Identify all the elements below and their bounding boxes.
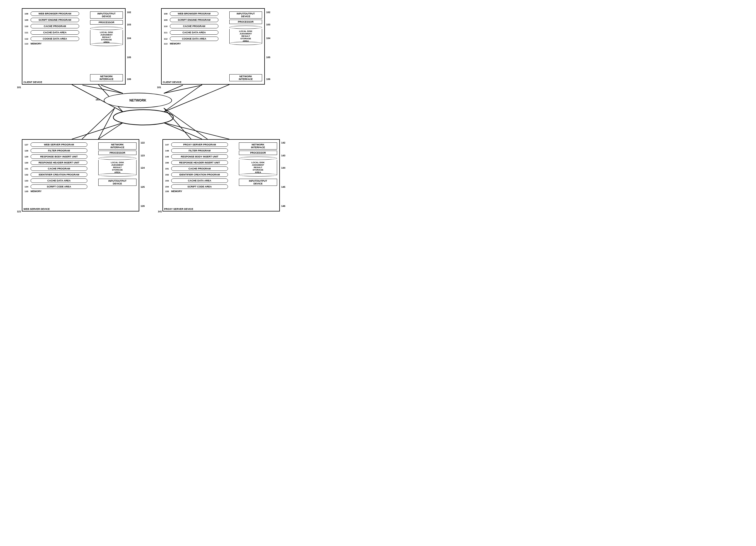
ref-134: 134 xyxy=(25,186,31,188)
ref-135: 135 xyxy=(25,190,31,193)
processor-1: PROCESSOR xyxy=(90,20,123,25)
ref-103-1: 103 xyxy=(127,23,131,26)
local-disk-1: LOCAL DISKJUDGMENTRESULTSTORAGEAREA xyxy=(90,30,123,45)
processor-ws: PROCESSOR xyxy=(98,151,137,155)
ref-104-2: 104 xyxy=(266,37,270,40)
io-ws: INPUT/OUTPUTDEVICE xyxy=(98,179,137,186)
architecture-diagram: 108 WEB BROWSER PROGRAM 109 SCRIPT ENGIN… xyxy=(5,5,295,213)
ref-142: 142 xyxy=(281,141,285,144)
identifier-ws: IDENTIFIER CREATION PROGRAM xyxy=(31,173,87,177)
network-interface-2: NETWORKINTERFACE xyxy=(229,74,262,81)
svg-line-4 xyxy=(72,123,123,139)
svg-line-13 xyxy=(82,108,115,139)
svg-line-6 xyxy=(164,123,202,139)
ref-106-1: 106 xyxy=(127,78,131,81)
memory-ws: MEMORY xyxy=(31,190,41,193)
io-device-1: INPUT/OUTPUTDEVICE xyxy=(90,11,123,19)
ref-146: 146 xyxy=(281,205,285,208)
cache-program-ps: CACHE PROGRAM xyxy=(171,167,228,171)
cookie-data-area-1: COOKIE DATA AREA xyxy=(31,37,79,41)
ref-154: 154 xyxy=(165,186,171,188)
web-server-label: WEB SERVER DEVICE xyxy=(23,208,50,211)
network-interface-1: NETWORKINTERFACE xyxy=(90,74,123,81)
memory-label-2: MEMORY xyxy=(170,42,181,45)
ref-108b: 108 xyxy=(164,13,170,15)
response-body-ps: RESPONSE BODY INSERT UNIT xyxy=(171,155,228,159)
response-header-ws: RESPONSE HEADER INSERT UNIT xyxy=(31,161,87,165)
ref-145: 145 xyxy=(281,186,285,188)
ref-148: 148 xyxy=(165,150,171,152)
io-ps: INPUT/OUTPUTDEVICE xyxy=(239,179,277,186)
ref-105-2: 105 xyxy=(266,56,270,59)
ref-129: 129 xyxy=(25,156,31,158)
local-disk-ps: LOCAL DISKJUDGMENTRESULTSTORAGEAREA xyxy=(239,160,277,175)
filter-program-ws: FILTER PROGRAM xyxy=(31,149,87,153)
io-device-2: INPUT/OUTPUTDEVICE xyxy=(229,11,262,19)
svg-line-3 xyxy=(164,85,229,112)
ref-104-1: 104 xyxy=(127,37,131,40)
script-code-ps: SCRIPT CODE AREA xyxy=(171,185,228,189)
ref-113b: 113 xyxy=(164,43,170,45)
ref-132: 132 xyxy=(25,174,31,176)
svg-line-12 xyxy=(164,85,202,93)
ref-102-1: 102 xyxy=(127,11,131,14)
proxy-server-label: PROXY SERVER DEVICE xyxy=(164,208,193,211)
cache-data-area-1: CACHE DATA AREA xyxy=(31,30,79,35)
local-disk-ws: LOCAL DISKJUDGMENTRESULTSTORAGEAREA xyxy=(98,160,137,175)
ref-149: 149 xyxy=(165,156,171,158)
ref-141: 141 xyxy=(158,210,162,213)
network-label: NETWORK xyxy=(129,99,146,102)
ref-112b: 112 xyxy=(164,38,170,40)
proxy-server-device: 147 PROXY SERVER PROGRAM 148 FILTER PROG… xyxy=(162,139,280,212)
svg-line-16 xyxy=(164,108,207,139)
ref-110b: 110 xyxy=(164,25,170,28)
ref-125: 125 xyxy=(141,186,145,188)
client-device-2: 108 WEB BROWSER PROGRAM 109 SCRIPT ENGIN… xyxy=(161,8,265,85)
ref-123: 123 xyxy=(141,154,145,157)
svg-line-5 xyxy=(98,123,123,139)
network-node: NETWORK xyxy=(104,93,172,108)
ref-151: 151 xyxy=(165,168,171,170)
cache-program-1: CACHE PROGRAM xyxy=(31,24,79,28)
client-device-label-2: CLIENT DEVICE xyxy=(163,81,182,84)
cache-data-ws: CACHE DATA AREA xyxy=(31,179,87,183)
ref-105-1: 105 xyxy=(127,56,131,59)
ref-128: 128 xyxy=(25,150,31,152)
processor-2: PROCESSOR xyxy=(229,20,262,24)
memory-label-1: MEMORY xyxy=(31,42,41,45)
svg-line-11 xyxy=(164,85,183,93)
ref-111b: 111 xyxy=(164,31,170,34)
ref-155: 155 xyxy=(165,190,171,193)
script-code-ws: SCRIPT CODE AREA xyxy=(31,185,87,189)
filter-program-ps: FILTER PROGRAM xyxy=(171,149,228,153)
svg-line-7 xyxy=(164,123,229,139)
ref-152: 152 xyxy=(165,174,171,176)
ref-109: 109 xyxy=(25,19,31,21)
response-body-ws: RESPONSE BODY INSERT UNIT xyxy=(31,155,87,159)
cache-program-2: CACHE PROGRAM xyxy=(170,24,218,28)
web-browser-program-2: WEB BROWSER PROGRAM xyxy=(170,11,218,16)
ref-101-1: 101 xyxy=(17,86,21,89)
svg-line-15 xyxy=(164,108,191,139)
cache-program-ws: CACHE PROGRAM xyxy=(31,167,87,171)
ref-106-2: 106 xyxy=(266,78,270,81)
local-disk-2: LOCAL DISKJUDGMENTRESULTSTORAGEAREA xyxy=(229,29,262,43)
script-engine-1: SCRIPT ENGINE PROGRAM xyxy=(31,18,79,22)
ref-113: 113 xyxy=(25,43,31,45)
memory-ps: MEMORY xyxy=(171,190,182,193)
client-device-label-1: CLIENT DEVICE xyxy=(23,81,42,84)
response-header-ps: RESPONSE HEADER INSERT UNIT xyxy=(171,161,228,165)
ref-130: 130 xyxy=(25,162,31,164)
ref-147: 147 xyxy=(165,144,171,146)
ref-101-2: 101 xyxy=(157,86,161,89)
ref-111: 111 xyxy=(25,31,31,34)
ref-124: 124 xyxy=(141,167,145,169)
client-device-1: 108 WEB BROWSER PROGRAM 109 SCRIPT ENGIN… xyxy=(22,8,126,85)
ref-143: 143 xyxy=(281,154,285,157)
web-server-device: 127 WEB SERVER PROGRAM 128 FILTER PROGRA… xyxy=(22,139,139,212)
script-engine-2: SCRIPT ENGINE PROGRAM xyxy=(170,18,218,22)
ref-110: 110 xyxy=(25,25,31,28)
ref-121: 121 xyxy=(17,210,21,213)
ref-108: 108 xyxy=(25,13,31,15)
ref-133: 133 xyxy=(25,180,31,182)
